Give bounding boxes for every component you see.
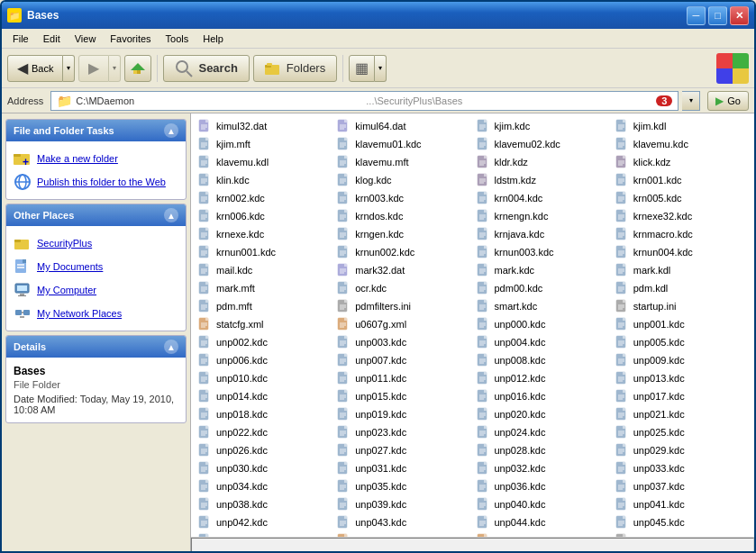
file-item[interactable]: unp003.kdc: [333, 333, 472, 351]
folders-button[interactable]: Folders: [253, 55, 337, 82]
file-item[interactable]: unp019.kdc: [333, 405, 472, 423]
file-item[interactable]: ldstm.kdz: [473, 171, 612, 189]
file-item[interactable]: krnexe.kdc: [195, 225, 333, 243]
file-item[interactable]: unp032.kdc: [473, 459, 612, 477]
file-item[interactable]: unp000.kdc: [473, 315, 612, 333]
file-item[interactable]: krndos.kdc: [333, 207, 472, 225]
back-dropdown-button[interactable]: ▾: [63, 55, 75, 82]
file-item[interactable]: unp026.kdc: [195, 441, 333, 459]
file-item[interactable]: unp042.kdc: [195, 513, 333, 531]
file-item[interactable]: unp008.kdc: [473, 351, 612, 369]
file-item[interactable]: unp021.kdc: [612, 405, 751, 423]
file-item[interactable]: unp012.kdc: [473, 369, 612, 387]
file-item[interactable]: klog.kdc: [333, 171, 472, 189]
file-item[interactable]: krnun004.kdc: [612, 243, 751, 261]
file-item[interactable]: krn001.kdc: [612, 171, 751, 189]
file-item[interactable]: u0607g.xml: [333, 315, 472, 333]
file-item[interactable]: unp007.kdc: [333, 351, 472, 369]
details-collapse[interactable]: ▲: [164, 340, 178, 354]
file-item[interactable]: unp018.kdc: [195, 405, 333, 423]
my-computer-link[interactable]: My Computer: [12, 278, 180, 302]
file-item[interactable]: unp031.kdc: [333, 459, 472, 477]
file-item[interactable]: klick.kdz: [612, 153, 751, 171]
file-item[interactable]: kimul64.dat: [333, 117, 472, 135]
file-item[interactable]: pdm00.kdc: [473, 279, 612, 297]
view-button[interactable]: ▦: [349, 55, 375, 82]
scrollbar-track[interactable]: [191, 538, 754, 552]
file-item[interactable]: unp005.kdc: [612, 333, 751, 351]
address-dropdown-button[interactable]: ▾: [682, 91, 700, 111]
file-item[interactable]: unp044.kdc: [473, 513, 612, 531]
file-item[interactable]: unp022.kdc: [195, 423, 333, 441]
forward-button[interactable]: ▶: [78, 55, 109, 82]
minimize-button[interactable]: ─: [687, 6, 706, 25]
file-item[interactable]: pdm.kdl: [612, 279, 751, 297]
make-new-folder-link[interactable]: + Make a new folder: [12, 147, 180, 170]
menu-file[interactable]: File: [5, 32, 36, 46]
menu-edit[interactable]: Edit: [36, 32, 68, 46]
file-item[interactable]: krnexe32.kdc: [612, 207, 751, 225]
close-button[interactable]: ✕: [730, 6, 749, 25]
file-item[interactable]: unp015.kdc: [333, 387, 472, 405]
file-item[interactable]: unp041.kdc: [612, 495, 751, 513]
file-item[interactable]: startup.ini: [612, 297, 751, 315]
file-item[interactable]: mark32.dat: [333, 261, 472, 279]
file-item[interactable]: mail.kdc: [195, 261, 333, 279]
file-item[interactable]: unp045.kdc: [612, 513, 751, 531]
my-documents-link[interactable]: My Documents: [12, 255, 180, 278]
my-network-places-link[interactable]: My Network Places: [12, 302, 180, 325]
view-dropdown-button[interactable]: ▾: [375, 55, 387, 82]
file-item[interactable]: unp024.kdc: [473, 423, 612, 441]
file-item[interactable]: klavemu.mft: [333, 153, 472, 171]
file-item[interactable]: unp029.kdc: [612, 441, 751, 459]
file-item[interactable]: krn006.kdc: [195, 207, 333, 225]
file-item[interactable]: kldr.kdz: [473, 153, 612, 171]
file-item[interactable]: ocr.kdc: [333, 279, 472, 297]
file-item[interactable]: klavemu01.kdc: [333, 135, 472, 153]
file-item[interactable]: unp009.kdc: [612, 351, 751, 369]
file-item[interactable]: klavemu.kdc: [612, 135, 751, 153]
file-item[interactable]: mark.kdl: [612, 261, 751, 279]
file-item[interactable]: unp034.kdc: [195, 477, 333, 495]
file-item[interactable]: unp030.kdc: [195, 459, 333, 477]
file-item[interactable]: unp014.kdc: [195, 387, 333, 405]
publish-folder-link[interactable]: Publish this folder to the Web: [12, 170, 180, 194]
file-item[interactable]: kimul32.dat: [195, 117, 333, 135]
menu-view[interactable]: View: [68, 32, 104, 46]
other-places-header[interactable]: Other Places ▲: [6, 204, 186, 226]
menu-help[interactable]: Help: [196, 32, 231, 46]
other-places-collapse[interactable]: ▲: [164, 208, 178, 222]
file-item[interactable]: statcfg.xml: [195, 315, 333, 333]
security-plus-link[interactable]: SecurityPlus: [12, 231, 180, 255]
file-item[interactable]: unp006.kdc: [195, 351, 333, 369]
file-item[interactable]: krn005.kdc: [612, 189, 751, 207]
menu-favorites[interactable]: Favorites: [103, 32, 158, 46]
file-folder-tasks-collapse[interactable]: ▲: [164, 123, 178, 138]
file-item[interactable]: unp020.kdc: [473, 405, 612, 423]
file-item[interactable]: unp023.kdc: [333, 423, 472, 441]
file-item[interactable]: unp013.kdc: [612, 369, 751, 387]
details-header[interactable]: Details ▲: [6, 336, 186, 358]
file-item[interactable]: unp038.kdc: [195, 495, 333, 513]
file-item[interactable]: klin.kdc: [195, 171, 333, 189]
file-item[interactable]: unp027.kdc: [333, 441, 472, 459]
maximize-button[interactable]: □: [708, 6, 727, 25]
file-item[interactable]: unp004.kdc: [473, 333, 612, 351]
file-item[interactable]: unp010.kdc: [195, 369, 333, 387]
file-item[interactable]: krnun002.kdc: [333, 243, 472, 261]
file-item[interactable]: smart.kdc: [473, 297, 612, 315]
file-item[interactable]: unp033.kdc: [612, 459, 751, 477]
file-item[interactable]: pdm.mft: [195, 297, 333, 315]
file-item[interactable]: unp028.kdc: [473, 441, 612, 459]
file-item[interactable]: kjim.kdl: [612, 117, 751, 135]
file-item[interactable]: unp011.kdc: [333, 369, 472, 387]
up-button[interactable]: [124, 55, 151, 82]
address-input[interactable]: 📁 C:\MDaemon ...\SecurityPlus\Bases 3: [50, 91, 679, 111]
search-button[interactable]: Search: [163, 55, 249, 82]
file-item[interactable]: unp001.kdc: [612, 315, 751, 333]
file-item[interactable]: mark.mft: [195, 279, 333, 297]
file-item[interactable]: krnengn.kdc: [473, 207, 612, 225]
menu-tools[interactable]: Tools: [159, 32, 196, 46]
file-item[interactable]: kjim.kdc: [473, 117, 612, 135]
file-item[interactable]: unp037.kdc: [612, 477, 751, 495]
